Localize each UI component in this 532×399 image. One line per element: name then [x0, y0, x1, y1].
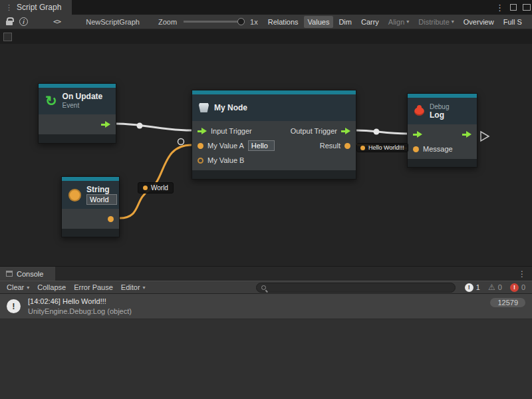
node-header: My Node — [192, 94, 356, 121]
node-body: Input Trigger Output Trigger My Value A … — [192, 121, 356, 170]
port-row: My Value A Result — [192, 138, 356, 153]
values-button[interactable]: Values — [304, 16, 334, 28]
value-output-port[interactable] — [344, 143, 350, 149]
search-input[interactable] — [269, 283, 450, 291]
maximize-icon[interactable] — [510, 4, 517, 11]
canvas-corner-icon[interactable] — [3, 33, 12, 41]
graph-name[interactable]: NewScriptGraph — [86, 18, 140, 26]
overview-button[interactable]: Overview — [460, 16, 498, 28]
info-count: 1 — [476, 283, 480, 291]
search-icon — [261, 285, 266, 290]
node-header: String — [62, 181, 119, 209]
node-on-update[interactable]: ↻ On Update Event — [38, 83, 116, 144]
input-trigger-label: Input Trigger — [211, 127, 252, 135]
window-controls: ⋮ — [495, 0, 532, 15]
value-dot-icon — [360, 146, 365, 150]
error-count-button[interactable]: ! 0 — [506, 283, 529, 292]
value-input-port[interactable] — [198, 143, 203, 149]
node-debug-log[interactable]: Debug Log Message — [407, 93, 477, 168]
value-output-port[interactable] — [108, 216, 114, 222]
tab-title: Script Graph — [17, 3, 61, 12]
warning-count-button[interactable]: ⚠ 0 — [484, 283, 506, 291]
value-input-port[interactable] — [413, 146, 419, 152]
log-stacktrace: UnityEngine.Debug:Log (object) — [28, 307, 132, 317]
port-row: Message — [408, 142, 477, 156]
node-body — [39, 114, 116, 134]
node-footer — [62, 229, 119, 237]
dim-button[interactable]: Dim — [334, 16, 356, 28]
editor-button[interactable]: Editor ▾ — [117, 282, 150, 293]
node-body — [62, 209, 119, 229]
output-trigger-label: Output Trigger — [291, 127, 337, 135]
string-literal-icon — [68, 189, 81, 201]
node-footer — [39, 134, 116, 143]
port-row — [39, 117, 116, 132]
console-toolbar: Clear ▾ Collapse Error Pause Editor ▾ ! … — [0, 281, 532, 294]
pane-menu-icon[interactable]: ⋮ — [495, 3, 504, 13]
message-label: Message — [423, 145, 453, 153]
log-text: [14:02:46] Hello World!!! UnityEngine.De… — [28, 297, 132, 317]
console-log-entry[interactable]: ! [14:02:46] Hello World!!! UnityEngine.… — [0, 294, 532, 319]
error-count: 0 — [521, 283, 525, 291]
node-subtitle: Event — [63, 101, 103, 110]
zoom-label: Zoom — [158, 18, 177, 26]
tab-script-graph[interactable]: ⋮ Script Graph — [0, 0, 72, 15]
wire-value-bubble-world: World — [138, 182, 174, 194]
console-tab-bar: Console ⋮ — [0, 267, 532, 281]
flow-output-port[interactable] — [462, 131, 471, 138]
info-icon[interactable]: i — [19, 17, 28, 26]
fullscreen-button[interactable]: Full S — [499, 16, 526, 28]
node-header: Debug Log — [408, 98, 477, 124]
node-my-node[interactable]: My Node Input Trigger Output Trigger My … — [192, 90, 356, 180]
console-tab-label: Console — [17, 270, 43, 278]
node-title: String — [86, 186, 117, 194]
info-log-icon: ! — [465, 283, 473, 292]
info-count-button[interactable]: ! 1 — [461, 283, 484, 292]
console-menu-icon[interactable]: ⋮ — [518, 269, 532, 279]
my-value-a-input[interactable] — [248, 140, 275, 151]
value-dot-icon — [143, 186, 148, 190]
node-body: Message — [408, 124, 477, 159]
log-message: [14:02:46] Hello World!!! — [28, 297, 132, 307]
distribute-button[interactable]: Distribute ▾ — [414, 16, 458, 28]
relations-button[interactable]: Relations — [264, 16, 303, 28]
flow-input-port[interactable] — [198, 128, 207, 134]
console-search[interactable] — [256, 283, 456, 293]
collapse-count-badge: 12579 — [490, 298, 525, 307]
zoom-value: 1x — [250, 18, 258, 26]
node-footer — [408, 159, 477, 167]
console-tab-icon — [6, 271, 13, 277]
zoom-slider[interactable] — [184, 21, 245, 23]
clear-button[interactable]: Clear ▾ — [3, 282, 33, 293]
port-row — [408, 127, 477, 142]
wire-value-bubble-hello: Hello World!!! — [356, 143, 408, 152]
align-button[interactable]: Align ▾ — [384, 16, 413, 28]
error-pause-button[interactable]: Error Pause — [70, 282, 117, 293]
caret-down-icon: ▾ — [452, 19, 454, 25]
flow-input-port[interactable] — [413, 131, 422, 138]
carry-button[interactable]: Carry — [357, 16, 383, 28]
flow-output-port[interactable] — [341, 128, 350, 134]
tab-console[interactable]: Console — [0, 267, 55, 281]
port-row: My Value B — [192, 153, 356, 168]
window-layout-icon[interactable] — [523, 4, 531, 11]
node-icon — [199, 103, 209, 112]
collapse-button[interactable]: Collapse — [33, 282, 70, 293]
flow-output-port[interactable] — [101, 121, 110, 128]
node-title: My Node — [214, 103, 247, 112]
lock-icon[interactable] — [6, 21, 13, 25]
node-string-literal[interactable]: String — [61, 176, 120, 237]
node-footer — [192, 170, 356, 179]
graph-toolbar: i <> NewScriptGraph Zoom 1x Relations Va… — [0, 15, 532, 29]
console-panel: Console ⋮ Clear ▾ Collapse Error Pause E… — [0, 266, 532, 399]
string-value-input[interactable] — [86, 194, 117, 205]
bubble-text: Hello World!!! — [368, 144, 404, 151]
bubble-text: World — [151, 184, 168, 192]
value-input-port[interactable] — [198, 158, 203, 164]
caret-down-icon: ▾ — [27, 285, 29, 291]
zoom-slider-knob[interactable] — [237, 18, 245, 25]
window-tab-bar: ⋮ Script Graph ⋮ — [0, 0, 532, 15]
edit-source-icon[interactable]: <> — [53, 17, 61, 26]
canvas-top-band — [0, 29, 532, 44]
on-update-event-icon: ↻ — [45, 94, 57, 108]
